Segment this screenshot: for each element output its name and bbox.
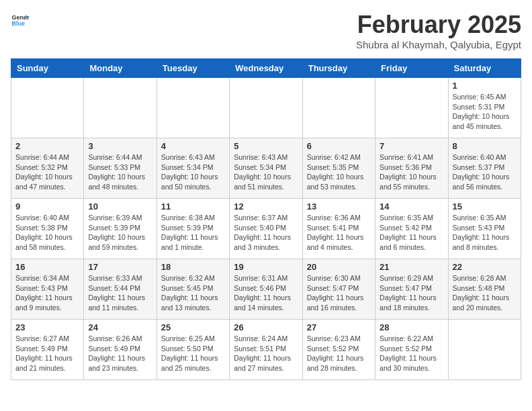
day-number: 6 — [307, 141, 371, 151]
weekday-header-wednesday: Wednesday — [230, 59, 302, 78]
week-row-2: 2Sunrise: 6:44 AM Sunset: 5:32 PM Daylig… — [11, 138, 521, 199]
weekday-header-thursday: Thursday — [302, 59, 375, 78]
day-number: 10 — [88, 201, 152, 212]
calendar-cell — [230, 78, 302, 138]
calendar-cell: 15Sunrise: 6:35 AM Sunset: 5:43 PM Dayli… — [448, 199, 521, 259]
day-number: 17 — [88, 262, 152, 272]
day-info: Sunrise: 6:34 AM Sunset: 5:43 PM Dayligh… — [15, 273, 79, 313]
calendar-subtitle: Shubra al Khaymah, Qalyubia, Egypt — [356, 39, 521, 50]
calendar-cell: 11Sunrise: 6:38 AM Sunset: 5:39 PM Dayli… — [157, 199, 229, 259]
calendar-cell: 18Sunrise: 6:32 AM Sunset: 5:45 PM Dayli… — [157, 259, 229, 320]
day-info: Sunrise: 6:31 AM Sunset: 5:46 PM Dayligh… — [234, 273, 298, 313]
day-info: Sunrise: 6:29 AM Sunset: 5:47 PM Dayligh… — [380, 273, 443, 313]
day-number: 13 — [307, 201, 371, 212]
weekday-header-sunday: Sunday — [11, 59, 84, 78]
calendar-cell — [11, 78, 84, 138]
day-info: Sunrise: 6:43 AM Sunset: 5:34 PM Dayligh… — [161, 152, 225, 192]
day-number: 2 — [15, 141, 79, 151]
calendar-cell: 28Sunrise: 6:22 AM Sunset: 5:52 PM Dayli… — [375, 320, 448, 380]
day-info: Sunrise: 6:22 AM Sunset: 5:52 PM Dayligh… — [380, 334, 443, 373]
day-number: 18 — [161, 262, 225, 272]
page-header: General Blue February 2025 Shubra al Kha… — [11, 11, 521, 50]
calendar-cell: 12Sunrise: 6:37 AM Sunset: 5:40 PM Dayli… — [230, 199, 302, 259]
week-row-5: 23Sunrise: 6:27 AM Sunset: 5:49 PM Dayli… — [11, 320, 521, 380]
day-number: 3 — [88, 141, 152, 151]
day-number: 16 — [15, 262, 79, 272]
logo-icon: General Blue — [11, 11, 30, 30]
weekday-header-saturday: Saturday — [448, 59, 521, 78]
day-info: Sunrise: 6:35 AM Sunset: 5:42 PM Dayligh… — [380, 213, 443, 253]
calendar-cell: 10Sunrise: 6:39 AM Sunset: 5:39 PM Dayli… — [84, 199, 157, 259]
weekday-header-friday: Friday — [375, 59, 448, 78]
day-info: Sunrise: 6:32 AM Sunset: 5:45 PM Dayligh… — [161, 273, 225, 313]
day-info: Sunrise: 6:38 AM Sunset: 5:39 PM Dayligh… — [161, 213, 225, 253]
day-info: Sunrise: 6:45 AM Sunset: 5:31 PM Dayligh… — [453, 92, 517, 132]
day-number: 21 — [380, 262, 443, 272]
calendar-cell: 9Sunrise: 6:40 AM Sunset: 5:38 PM Daylig… — [11, 199, 84, 259]
calendar-cell: 5Sunrise: 6:43 AM Sunset: 5:34 PM Daylig… — [230, 138, 302, 199]
day-number: 27 — [307, 322, 371, 332]
calendar-cell: 6Sunrise: 6:42 AM Sunset: 5:35 PM Daylig… — [302, 138, 375, 199]
day-info: Sunrise: 6:40 AM Sunset: 5:37 PM Dayligh… — [453, 152, 517, 192]
calendar-cell: 16Sunrise: 6:34 AM Sunset: 5:43 PM Dayli… — [11, 259, 84, 320]
day-info: Sunrise: 6:35 AM Sunset: 5:43 PM Dayligh… — [453, 213, 517, 253]
day-number: 11 — [161, 201, 225, 212]
day-number: 5 — [234, 141, 298, 151]
calendar-cell: 20Sunrise: 6:30 AM Sunset: 5:47 PM Dayli… — [302, 259, 375, 320]
day-info: Sunrise: 6:37 AM Sunset: 5:40 PM Dayligh… — [234, 213, 298, 253]
calendar-cell: 3Sunrise: 6:44 AM Sunset: 5:33 PM Daylig… — [84, 138, 157, 199]
day-info: Sunrise: 6:30 AM Sunset: 5:47 PM Dayligh… — [307, 273, 371, 313]
calendar-table: SundayMondayTuesdayWednesdayThursdayFrid… — [11, 58, 521, 380]
calendar-cell: 22Sunrise: 6:28 AM Sunset: 5:48 PM Dayli… — [448, 259, 521, 320]
calendar-cell: 8Sunrise: 6:40 AM Sunset: 5:37 PM Daylig… — [448, 138, 521, 199]
day-number: 7 — [380, 141, 443, 151]
calendar-cell: 1Sunrise: 6:45 AM Sunset: 5:31 PM Daylig… — [448, 78, 521, 138]
calendar-cell — [302, 78, 375, 138]
calendar-body: 1Sunrise: 6:45 AM Sunset: 5:31 PM Daylig… — [11, 78, 521, 380]
day-number: 22 — [453, 262, 517, 272]
calendar-cell: 13Sunrise: 6:36 AM Sunset: 5:41 PM Dayli… — [302, 199, 375, 259]
day-number: 24 — [88, 322, 152, 332]
day-info: Sunrise: 6:27 AM Sunset: 5:49 PM Dayligh… — [15, 334, 79, 373]
calendar-cell: 24Sunrise: 6:26 AM Sunset: 5:49 PM Dayli… — [84, 320, 157, 380]
calendar-cell — [375, 78, 448, 138]
day-number: 20 — [307, 262, 371, 272]
title-area: February 2025 Shubra al Khaymah, Qalyubi… — [356, 11, 521, 50]
calendar-cell — [157, 78, 229, 138]
calendar-cell: 2Sunrise: 6:44 AM Sunset: 5:32 PM Daylig… — [11, 138, 84, 199]
day-info: Sunrise: 6:36 AM Sunset: 5:41 PM Dayligh… — [307, 213, 371, 253]
logo: General Blue — [11, 11, 30, 30]
day-info: Sunrise: 6:43 AM Sunset: 5:34 PM Dayligh… — [234, 152, 298, 192]
day-number: 19 — [234, 262, 298, 272]
day-info: Sunrise: 6:24 AM Sunset: 5:51 PM Dayligh… — [234, 334, 298, 373]
day-info: Sunrise: 6:23 AM Sunset: 5:52 PM Dayligh… — [307, 334, 371, 373]
day-number: 14 — [380, 201, 443, 212]
calendar-cell: 27Sunrise: 6:23 AM Sunset: 5:52 PM Dayli… — [302, 320, 375, 380]
day-info: Sunrise: 6:44 AM Sunset: 5:32 PM Dayligh… — [15, 152, 79, 192]
day-number: 8 — [453, 141, 517, 151]
day-number: 15 — [453, 201, 517, 212]
day-info: Sunrise: 6:42 AM Sunset: 5:35 PM Dayligh… — [307, 152, 371, 192]
calendar-cell: 19Sunrise: 6:31 AM Sunset: 5:46 PM Dayli… — [230, 259, 302, 320]
day-number: 25 — [161, 322, 225, 332]
calendar-cell: 7Sunrise: 6:41 AM Sunset: 5:36 PM Daylig… — [375, 138, 448, 199]
day-number: 4 — [161, 141, 225, 151]
day-info: Sunrise: 6:40 AM Sunset: 5:38 PM Dayligh… — [15, 213, 79, 253]
calendar-cell — [84, 78, 157, 138]
day-info: Sunrise: 6:41 AM Sunset: 5:36 PM Dayligh… — [380, 152, 443, 192]
week-row-1: 1Sunrise: 6:45 AM Sunset: 5:31 PM Daylig… — [11, 78, 521, 138]
calendar-cell: 26Sunrise: 6:24 AM Sunset: 5:51 PM Dayli… — [230, 320, 302, 380]
day-number: 1 — [453, 81, 517, 91]
calendar-cell: 14Sunrise: 6:35 AM Sunset: 5:42 PM Dayli… — [375, 199, 448, 259]
day-info: Sunrise: 6:28 AM Sunset: 5:48 PM Dayligh… — [453, 273, 517, 313]
calendar-cell: 25Sunrise: 6:25 AM Sunset: 5:50 PM Dayli… — [157, 320, 229, 380]
day-number: 23 — [15, 322, 79, 332]
day-info: Sunrise: 6:44 AM Sunset: 5:33 PM Dayligh… — [88, 152, 152, 192]
svg-text:Blue: Blue — [11, 20, 25, 27]
day-info: Sunrise: 6:39 AM Sunset: 5:39 PM Dayligh… — [88, 213, 152, 253]
calendar-cell — [448, 320, 521, 380]
weekday-header-monday: Monday — [84, 59, 157, 78]
week-row-3: 9Sunrise: 6:40 AM Sunset: 5:38 PM Daylig… — [11, 199, 521, 259]
day-info: Sunrise: 6:33 AM Sunset: 5:44 PM Dayligh… — [88, 273, 152, 313]
calendar-cell: 17Sunrise: 6:33 AM Sunset: 5:44 PM Dayli… — [84, 259, 157, 320]
